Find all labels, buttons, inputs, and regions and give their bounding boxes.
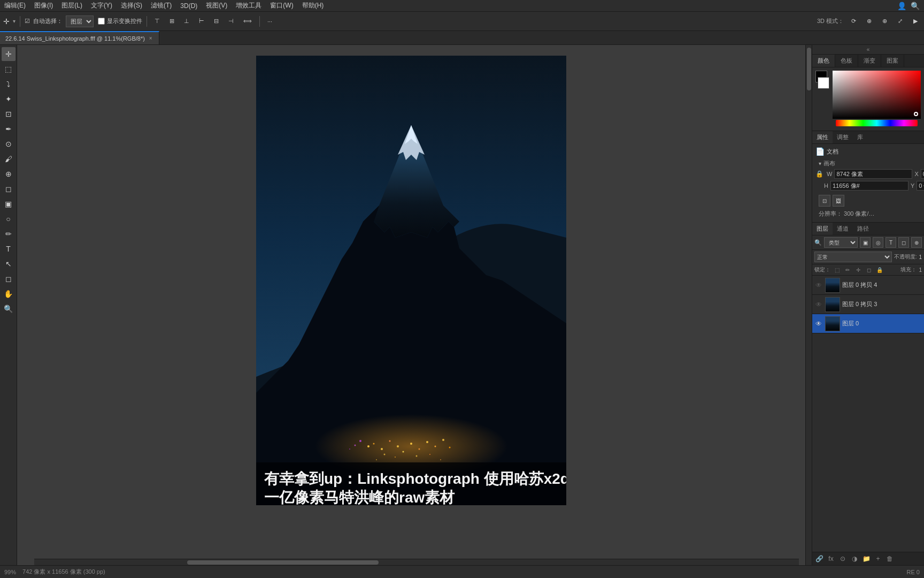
blend-mode-select[interactable]: 正常 [814,252,892,262]
pen-tool[interactable]: ✏ [2,227,16,241]
menu-item-text[interactable]: 文字(Y) [91,1,112,10]
canvas-scrollbar-vertical[interactable] [805,45,812,565]
layer-visibility-toggle[interactable]: 👁 [814,281,823,290]
gradient-tool[interactable]: ▣ [2,197,16,211]
layer-item[interactable]: 👁 图层 0 拷贝 4 [812,276,924,295]
lock-all-btn[interactable]: 🔒 [875,265,884,274]
menu-item-plugins[interactable]: 增效工具 [236,1,261,10]
3d-slide-btn[interactable]: ⊕ [879,16,890,27]
dropdown-arrow[interactable]: ▾ [13,18,16,24]
canvas-scrollbar-horizontal[interactable] [34,559,799,565]
filter-smartobj-btn[interactable]: ⊕ [911,237,922,248]
lock-artboards-btn[interactable]: ◻ [865,265,873,274]
prop-tab-properties[interactable]: 属性 [812,131,833,143]
menu-item-image[interactable]: 图像(I) [34,1,53,10]
3d-orbit-btn[interactable]: ⟳ [848,16,859,27]
canvas-height-input[interactable] [830,181,908,191]
canvas-btn-2[interactable]: 🖼 [833,195,844,207]
tab-swatches[interactable]: 色板 [835,55,858,67]
hand-tool[interactable]: ✋ [2,287,16,301]
more-options-btn[interactable]: ··· [264,16,275,27]
magic-wand-tool[interactable]: ✦ [2,92,16,106]
align-top-btn[interactable]: ⊤ [151,16,163,27]
canvas-area[interactable]: 有幸拿到up：Linksphotograph 使用哈苏x2d拍摄的 一亿像素马特… [17,45,805,565]
shape-tool[interactable]: ◻ [2,272,16,286]
crop-tool[interactable]: ⊡ [2,107,16,121]
new-group-btn[interactable]: 📁 [861,554,871,564]
document-tab[interactable]: 22.6.14 Swiss_Linksphotograph.fff @ 11.1… [0,31,159,44]
zoom-tool[interactable]: 🔍 [2,302,16,316]
lock-position-btn[interactable]: ✛ [854,265,863,274]
menu-item-filter[interactable]: 滤镜(T) [151,1,172,10]
layer-dropdown[interactable]: 图层 [66,16,94,27]
3d-scale-btn[interactable]: ⤢ [895,16,906,27]
panel-collapse-btn[interactable]: « [812,45,924,55]
align-vcenter-btn[interactable]: ⊞ [166,16,178,27]
layer-tab-paths[interactable]: 路径 [853,223,873,235]
marquee-tool[interactable]: ⬚ [2,62,16,76]
user-icon[interactable]: 👤 [897,2,906,10]
filter-shape-btn[interactable]: ◻ [898,237,909,248]
brush-tool[interactable]: 🖌 [2,152,16,166]
tab-pattern[interactable]: 图案 [881,55,904,67]
hue-bar[interactable] [836,120,918,126]
layer-item[interactable]: 👁 图层 0 [812,314,924,333]
filter-text-btn[interactable]: T [886,237,896,248]
prop-tab-libraries[interactable]: 库 [853,131,867,143]
align-bottom-btn[interactable]: ⊥ [181,16,192,27]
menu-item-help[interactable]: 帮助(H) [302,1,324,10]
align-left-btn[interactable]: ⊢ [196,16,207,27]
move-tool-icon[interactable]: ✛ [3,17,10,26]
color-gradient-box[interactable] [833,71,921,119]
move-tool[interactable]: ✛ [2,47,16,61]
layer-tab-channels[interactable]: 通道 [833,223,853,235]
clone-tool[interactable]: ⊕ [2,167,16,181]
filter-pixel-btn[interactable]: ▣ [860,237,871,248]
spot-heal-tool[interactable]: ⊙ [2,137,16,151]
canvas-x-input[interactable] [921,169,924,179]
canvas-section-title[interactable]: ▾ 画布 [815,158,921,169]
new-fill-btn[interactable]: ◑ [850,554,859,564]
canvas-btn-1[interactable]: ⊡ [819,195,830,207]
menu-item-3d[interactable]: 3D(D) [180,2,197,10]
link-layers-btn[interactable]: 🔗 [814,554,824,564]
filter-adjust-btn[interactable]: ◎ [873,237,883,248]
checkbox-icon[interactable]: ☑ [25,18,30,25]
align-hcenter-btn[interactable]: ⊟ [211,16,222,27]
new-layer-btn[interactable]: + [873,554,883,564]
lock-pixels-btn[interactable]: ✏ [843,265,852,274]
layer-visibility-toggle[interactable]: 👁 [814,300,823,309]
add-mask-btn[interactable]: ⊙ [838,554,848,564]
align-right-btn[interactable]: ⊣ [225,16,237,27]
tab-close-btn[interactable]: × [148,35,153,41]
tab-color[interactable]: 颜色 [812,55,835,67]
menu-item-view[interactable]: 视图(V) [206,1,227,10]
lock-transparency-btn[interactable]: ⬚ [833,265,841,274]
dodge-tool[interactable]: ○ [2,212,16,226]
search-icon[interactable]: 🔍 [911,2,920,10]
3d-pan-btn[interactable]: ⊕ [864,16,875,27]
menu-item-window[interactable]: 窗口(W) [270,1,293,10]
color-picker-dot[interactable] [914,112,918,116]
layers-filter-dropdown[interactable]: 类型 [824,237,858,248]
eyedropper-tool[interactable]: ✒ [2,122,16,136]
canvas-y-input[interactable] [917,181,924,191]
distribute-v-btn[interactable]: ⟺ [240,16,255,27]
lasso-tool[interactable]: ⤵ [2,77,16,91]
menu-item-layer[interactable]: 图层(L) [61,1,82,10]
path-select-tool[interactable]: ↖ [2,257,16,271]
eraser-tool[interactable]: ◻ [2,182,16,196]
add-style-btn[interactable]: fx [826,554,836,564]
menu-item-edit[interactable]: 编辑(E) [4,1,26,10]
canvas-width-input[interactable] [834,169,912,179]
layer-visibility-toggle[interactable]: 👁 [814,320,823,328]
menu-item-select[interactable]: 选择(S) [121,1,142,10]
delete-layer-btn[interactable]: 🗑 [885,554,895,564]
3d-roll-btn[interactable]: ▶ [910,16,921,27]
show-transform-checkbox[interactable]: 显示变换控件 [98,17,142,25]
tab-gradient[interactable]: 渐变 [858,55,881,67]
transform-checkbox-input[interactable] [98,18,105,25]
background-color[interactable] [818,77,829,89]
prop-tab-adjustments[interactable]: 调整 [833,131,853,143]
type-tool[interactable]: T [2,242,16,256]
